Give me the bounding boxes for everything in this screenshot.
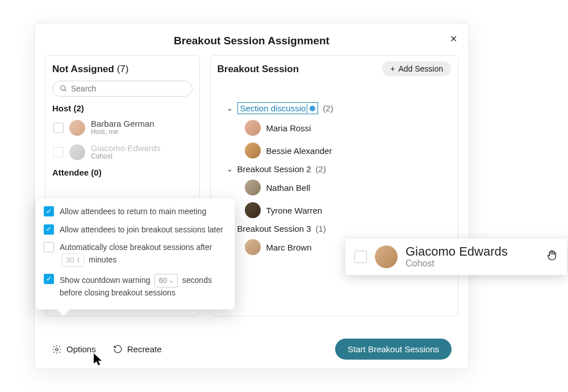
start-label: Start Breakout Sessions [348, 344, 439, 354]
person-name: Barbara German [91, 119, 154, 128]
search-input[interactable]: Search [52, 81, 193, 97]
person-role: Cohost [91, 153, 161, 161]
session-count: (2) [323, 103, 333, 113]
modal-footer: Options Recreate Start Breakout Sessions [52, 339, 452, 360]
member-name: Tyrone Warren [266, 206, 323, 215]
session-header[interactable]: ⌄ Section discussio (2) [218, 100, 452, 116]
search-placeholder: Search [71, 84, 96, 93]
text-caret [307, 104, 307, 113]
dragging-person-card[interactable]: Giacomo Edwards Cohost [345, 239, 567, 275]
recreate-button[interactable]: Recreate [113, 344, 162, 354]
session-count: (1) [316, 224, 326, 233]
avatar [375, 245, 398, 268]
session-name: Breakout Session 3 [237, 224, 311, 233]
session-name-input[interactable]: Section discussio [237, 102, 319, 114]
sessions-panel: Breakout Session + Add Session ⌄ Section… [210, 55, 459, 316]
checkbox[interactable]: ✓ [44, 224, 54, 235]
svg-point-2 [56, 348, 59, 351]
options-popup: ✓ Allow attendees to return to main meet… [35, 198, 235, 310]
person-name: Giacomo Edwards [406, 244, 508, 258]
stepper-arrows-icon[interactable]: ▲▼ [76, 257, 80, 264]
edit-dot-icon [310, 106, 315, 111]
member-name: Bessie Alexander [266, 146, 332, 156]
session-member[interactable]: Tyrone Warren [245, 199, 452, 222]
recreate-label: Recreate [127, 344, 162, 354]
host-row[interactable]: Giacomo Edwards Cohost [52, 140, 193, 164]
session-header[interactable]: ⌄ Breakout Session 2 (2) [218, 162, 452, 176]
add-session-button[interactable]: + Add Session [382, 61, 451, 76]
host-row[interactable]: Barbara German Host, me [52, 115, 193, 140]
modal-title: Breakout Session Assignment [174, 35, 329, 47]
search-icon [60, 85, 68, 93]
avatar [69, 120, 85, 136]
member-name: Maria Rossi [266, 123, 311, 133]
option-label: Show countdown warning 60 ⌄ seconds befo… [60, 274, 227, 299]
session-member[interactable]: Nathan Bell [245, 176, 452, 199]
member-name: Marc Brown [266, 243, 312, 252]
options-button[interactable]: Options [52, 344, 96, 355]
session-header[interactable]: ⌄ Breakout Session 3 (1) [218, 222, 452, 236]
modal-header: Breakout Session Assignment ✕ [35, 23, 469, 55]
seconds-dropdown[interactable]: 60 ⌄ [154, 274, 177, 287]
avatar [245, 239, 261, 255]
svg-line-1 [65, 90, 66, 91]
session-member[interactable]: Bessie Alexander [245, 139, 452, 162]
add-session-label: Add Session [398, 64, 443, 73]
session-member[interactable]: Maria Rossi [245, 116, 452, 139]
avatar [245, 180, 261, 195]
checkbox[interactable] [53, 123, 64, 133]
checkbox[interactable] [53, 147, 64, 157]
session-count: (2) [316, 164, 326, 174]
attendee-section-label: Attendee (0) [52, 168, 193, 177]
option-return-main[interactable]: ✓ Allow attendees to return to main meet… [44, 206, 227, 218]
svg-point-0 [61, 86, 65, 90]
grab-cursor-icon [545, 249, 558, 264]
avatar [69, 144, 85, 160]
option-label: Allow attendees to return to main meetin… [60, 206, 227, 218]
avatar [245, 202, 261, 218]
chevron-down-icon[interactable]: ⌄ [227, 104, 233, 112]
option-label: Allow attendees to join breakout session… [60, 224, 227, 236]
breakout-modal: Breakout Session Assignment ✕ Not Assign… [34, 23, 469, 369]
checkbox[interactable] [354, 251, 367, 263]
option-join-later[interactable]: ✓ Allow attendees to join breakout sessi… [44, 224, 227, 236]
option-label: Automatically close breakout sessions af… [60, 242, 227, 267]
person-role: Cohost [406, 258, 508, 269]
refresh-icon [113, 344, 123, 354]
option-auto-close[interactable]: Automatically close breakout sessions af… [44, 242, 227, 267]
not-assigned-title: Not Assigned (7) [52, 64, 193, 75]
chevron-down-icon: ⌄ [169, 277, 174, 285]
close-icon[interactable]: ✕ [450, 34, 457, 44]
person-name: Giacomo Edwards [91, 143, 161, 153]
checkbox[interactable] [44, 242, 54, 252]
not-assigned-count: (7) [117, 64, 129, 74]
mouse-cursor-icon [93, 352, 104, 370]
avatar [245, 120, 261, 136]
person-role: Host, me [91, 128, 154, 136]
checkbox[interactable]: ✓ [44, 206, 54, 216]
chevron-down-icon[interactable]: ⌄ [227, 165, 233, 173]
not-assigned-title-text: Not Assigned [52, 64, 114, 74]
plus-icon: + [390, 64, 395, 73]
options-label: Options [66, 344, 96, 354]
option-countdown[interactable]: ✓ Show countdown warning 60 ⌄ seconds be… [44, 274, 227, 299]
member-name: Nathan Bell [266, 183, 311, 193]
session-name: Breakout Session 2 [237, 164, 311, 174]
host-section-label: Host (2) [52, 103, 193, 113]
minutes-stepper[interactable]: 30 ▲▼ [62, 253, 84, 267]
checkbox[interactable]: ✓ [44, 274, 54, 284]
avatar [245, 143, 261, 159]
gear-icon [52, 344, 62, 355]
start-sessions-button[interactable]: Start Breakout Sessions [335, 339, 452, 360]
